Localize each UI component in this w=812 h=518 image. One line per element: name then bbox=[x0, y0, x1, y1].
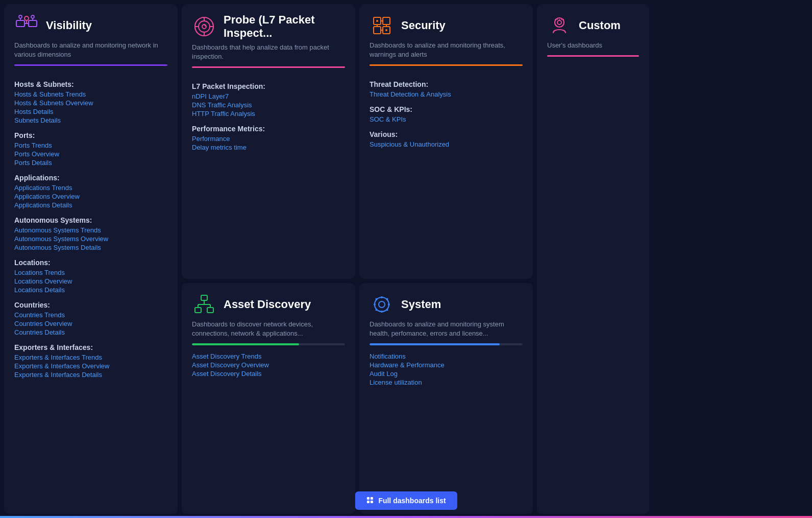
custom-icon bbox=[547, 13, 572, 38]
hosts-subnets-overview-link[interactable]: Hosts & Subnets Overview bbox=[14, 99, 167, 107]
svg-rect-18 bbox=[383, 17, 390, 25]
full-dashboards-button[interactable]: Full dashboards list bbox=[355, 491, 457, 510]
security-section-various: Various: Suspicious & Unauthorized bbox=[370, 124, 523, 149]
ports-trends-link[interactable]: Ports Trends bbox=[14, 142, 167, 149]
subnets-details-link[interactable]: Subnets Details bbox=[14, 116, 167, 124]
svg-point-43 bbox=[376, 298, 378, 300]
probe-subtitle: Dashboards that help analize data from p… bbox=[192, 43, 345, 61]
svg-point-4 bbox=[19, 15, 22, 18]
svg-point-5 bbox=[31, 15, 34, 18]
hardware-performance-link[interactable]: Hardware & Performance bbox=[370, 361, 523, 369]
exporters-trends-link[interactable]: Exporters & Interfaces Trends bbox=[14, 354, 167, 361]
autonomous-details-link[interactable]: Autonomous Systems Details bbox=[14, 244, 167, 251]
countries-trends-link[interactable]: Countries Trends bbox=[14, 311, 167, 319]
various-label: Various: bbox=[370, 130, 523, 138]
svg-point-46 bbox=[376, 309, 378, 311]
probe-title: Probe (L7 Packet Inspect... bbox=[224, 13, 345, 40]
svg-point-39 bbox=[381, 296, 383, 298]
locations-trends-link[interactable]: Locations Trends bbox=[14, 269, 167, 276]
asset-subtitle: Dashboards to discover network devices, … bbox=[192, 320, 345, 338]
hosts-subnets-label: Hosts & Subnets: bbox=[14, 80, 167, 88]
custom-header: Custom bbox=[547, 13, 639, 38]
visibility-section-countries: Countries: Countries Trends Countries Ov… bbox=[14, 295, 167, 337]
custom-accent-bar bbox=[547, 55, 639, 57]
svg-point-42 bbox=[388, 303, 390, 305]
performance-link[interactable]: Performance bbox=[192, 135, 345, 143]
system-progress-wrap bbox=[370, 343, 523, 345]
visibility-section-ports: Ports: Ports Trends Ports Overview Ports… bbox=[14, 125, 167, 168]
visibility-section-hosts: Hosts & Subnets: Hosts & Subnets Trends … bbox=[14, 74, 167, 125]
visibility-icon bbox=[14, 13, 39, 38]
applications-details-link[interactable]: Applications Details bbox=[14, 201, 167, 209]
http-traffic-link[interactable]: HTTP Traffic Analysis bbox=[192, 110, 345, 117]
asset-details-link[interactable]: Asset Discovery Details bbox=[192, 370, 345, 378]
svg-rect-19 bbox=[374, 27, 381, 34]
system-card: System Dashboards to analize and monitor… bbox=[359, 283, 533, 514]
hosts-details-link[interactable]: Hosts Details bbox=[14, 108, 167, 115]
svg-point-3 bbox=[24, 16, 29, 20]
ports-label: Ports: bbox=[14, 131, 167, 139]
locations-details-link[interactable]: Locations Details bbox=[14, 286, 167, 294]
countries-label: Countries: bbox=[14, 301, 167, 309]
svg-rect-1 bbox=[29, 20, 37, 27]
system-header: System bbox=[370, 292, 523, 317]
probe-section-performance: Performance Metrics: Performance Delay m… bbox=[192, 119, 345, 152]
threat-detection-label: Threat Detection: bbox=[370, 80, 523, 88]
exporters-overview-link[interactable]: Exporters & Interfaces Overview bbox=[14, 362, 167, 370]
system-title: System bbox=[401, 298, 441, 311]
autonomous-overview-link[interactable]: Autonomous Systems Overview bbox=[14, 235, 167, 243]
asset-progress-wrap bbox=[192, 343, 345, 345]
soc-kpis-link[interactable]: SOC & KPIs bbox=[370, 115, 523, 123]
svg-rect-30 bbox=[201, 295, 207, 300]
delay-metrics-link[interactable]: Delay metrics time bbox=[192, 144, 345, 151]
visibility-card: Visibility Dashboards to analize and mon… bbox=[4, 4, 178, 514]
ndpi-layer7-link[interactable]: nDPI Layer7 bbox=[192, 92, 345, 100]
asset-overview-link[interactable]: Asset Discovery Overview bbox=[192, 361, 345, 369]
visibility-section-autonomous: Autonomous Systems: Autonomous Systems T… bbox=[14, 210, 167, 252]
asset-header: Asset Discovery bbox=[192, 292, 345, 317]
suspicious-link[interactable]: Suspicious & Unauthorized bbox=[370, 140, 523, 148]
svg-rect-0 bbox=[16, 20, 24, 27]
license-utilization-link[interactable]: License utilization bbox=[370, 379, 523, 386]
svg-rect-49 bbox=[366, 501, 369, 503]
locations-label: Locations: bbox=[14, 258, 167, 267]
threat-detection-link[interactable]: Threat Detection & Analysis bbox=[370, 90, 523, 98]
dns-traffic-link[interactable]: DNS Traffic Analysis bbox=[192, 101, 345, 109]
security-card: Security Dashboards to analize and monit… bbox=[359, 4, 533, 279]
performance-metrics-label: Performance Metrics: bbox=[192, 125, 345, 133]
svg-point-25 bbox=[376, 20, 378, 22]
svg-rect-31 bbox=[195, 308, 201, 313]
ports-overview-link[interactable]: Ports Overview bbox=[14, 150, 167, 158]
locations-overview-link[interactable]: Locations Overview bbox=[14, 277, 167, 285]
security-header: Security bbox=[370, 13, 523, 38]
applications-overview-link[interactable]: Applications Overview bbox=[14, 193, 167, 200]
probe-icon bbox=[192, 14, 216, 39]
countries-details-link[interactable]: Countries Details bbox=[14, 328, 167, 336]
asset-progress-fill bbox=[192, 343, 299, 345]
autonomous-trends-link[interactable]: Autonomous Systems Trends bbox=[14, 226, 167, 234]
visibility-section-locations: Locations: Locations Trends Locations Ov… bbox=[14, 252, 167, 295]
visibility-section-applications: Applications: Applications Trends Applic… bbox=[14, 168, 167, 210]
system-icon bbox=[370, 292, 394, 317]
countries-overview-link[interactable]: Countries Overview bbox=[14, 320, 167, 327]
custom-title: Custom bbox=[579, 19, 621, 32]
system-subtitle: Dashboards to analize and monitoring sys… bbox=[370, 320, 523, 338]
visibility-subtitle: Dashboards to analize and monitoring net… bbox=[14, 41, 167, 59]
security-subtitle: Dashboards to analize and monitoring thr… bbox=[370, 41, 523, 59]
applications-label: Applications: bbox=[14, 174, 167, 182]
security-section-threat: Threat Detection: Threat Detection & Ana… bbox=[370, 74, 523, 99]
probe-card: Probe (L7 Packet Inspect... Dashboards t… bbox=[182, 4, 355, 279]
svg-point-41 bbox=[374, 303, 376, 305]
ports-details-link[interactable]: Ports Details bbox=[14, 159, 167, 167]
applications-trends-link[interactable]: Applications Trends bbox=[14, 184, 167, 192]
custom-subtitle: User's dashboards bbox=[547, 41, 639, 50]
audit-log-link[interactable]: Audit Log bbox=[370, 370, 523, 378]
svg-rect-50 bbox=[370, 501, 373, 503]
svg-rect-32 bbox=[207, 308, 213, 313]
exporters-details-link[interactable]: Exporters & Interfaces Details bbox=[14, 371, 167, 379]
exporters-label: Exporters & Interfaces: bbox=[14, 343, 167, 351]
notifications-link[interactable]: Notifications bbox=[370, 352, 523, 360]
asset-trends-link[interactable]: Asset Discovery Trends bbox=[192, 352, 345, 360]
security-icon bbox=[370, 13, 394, 38]
hosts-subnets-trends-link[interactable]: Hosts & Subnets Trends bbox=[14, 90, 167, 98]
